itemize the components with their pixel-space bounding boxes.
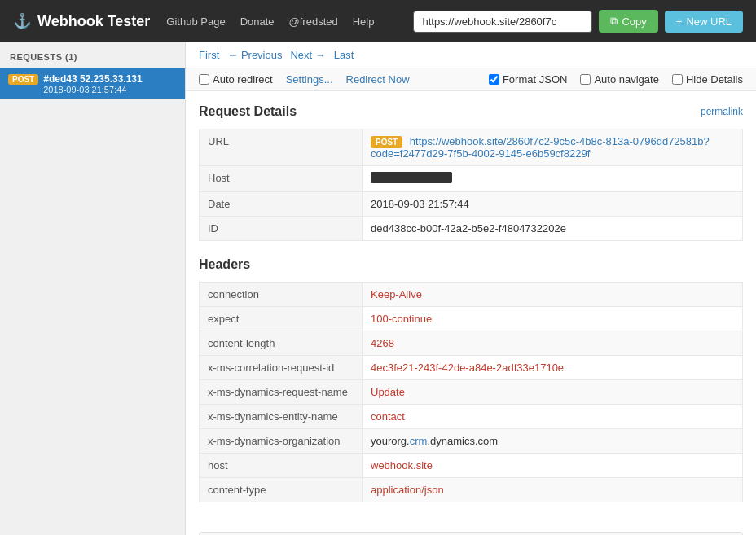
copy-button[interactable]: ⧉ Copy — [599, 10, 657, 33]
copy-label: Copy — [622, 15, 646, 28]
section-header: Request Details permalink — [199, 104, 743, 119]
table-row: host webhook.site — [200, 454, 743, 478]
org-name: yourorg. — [371, 435, 410, 447]
settings-link[interactable]: Settings... — [286, 73, 333, 86]
header-key: x-ms-correlation-request-id — [200, 356, 363, 380]
table-row: x-ms-dynamics-organization yourorg.crm.d… — [200, 429, 743, 454]
header-key: host — [200, 454, 363, 478]
hide-details-checkbox[interactable] — [672, 74, 683, 85]
header-value: application/json — [363, 478, 743, 502]
first-link[interactable]: First — [199, 49, 219, 61]
new-url-button[interactable]: + New URL — [665, 11, 743, 33]
headers-table: connection Keep-Alive expect 100-continu… — [199, 282, 743, 502]
method-badge: POST — [8, 74, 38, 85]
table-row: ID ded438cc-b00f-42a2-b5e2-f4804732202e — [200, 217, 743, 241]
header-key: content-type — [200, 478, 363, 502]
request-id: #ded43 52.235.33.131 — [43, 73, 142, 85]
format-json-label[interactable]: Format JSON — [489, 73, 567, 86]
twitter-link[interactable]: @fredsted — [289, 15, 338, 28]
expect-value: 100-continue — [371, 313, 432, 325]
field-value-date: 2018-09-03 21:57:44 — [363, 192, 743, 217]
header-value: Keep-Alive — [363, 283, 743, 307]
auto-navigate-text: Auto navigate — [594, 73, 659, 86]
format-json-text: Format JSON — [503, 73, 567, 86]
url-link[interactable]: https://webhook.site/2860f7c2-9c5c-4b8c-… — [371, 135, 710, 160]
crm-link[interactable]: crm — [410, 435, 428, 447]
header-key: expect — [200, 307, 363, 331]
table-row: x-ms-correlation-request-id 4ec3fe21-243… — [200, 356, 743, 380]
auto-redirect-label[interactable]: Auto redirect — [199, 73, 273, 86]
content-area: First ← Previous Next → Last Auto redire… — [186, 42, 756, 535]
header-value: webhook.site — [363, 454, 743, 478]
previous-link[interactable]: ← Previous — [227, 49, 282, 61]
table-row: URL POST https://webhook.site/2860f7c2-9… — [200, 129, 743, 166]
table-row: expect 100-continue — [200, 307, 743, 331]
request-list-item[interactable]: POST #ded43 52.235.33.131 2018-09-03 21:… — [0, 68, 185, 99]
org-suffix: .dynamics.com — [427, 435, 498, 447]
field-value-id: ded438cc-b00f-42a2-b5e2-f4804732202e — [363, 217, 743, 241]
header-key: x-ms-dynamics-request-name — [200, 380, 363, 405]
hide-details-label[interactable]: Hide Details — [672, 73, 743, 86]
sidebar-title: REQUESTS (1) — [0, 52, 185, 68]
anchor-icon: ⚓ — [13, 12, 31, 30]
redacted-host — [371, 172, 452, 183]
table-row: Host — [200, 166, 743, 192]
brand-logo: ⚓ Webhook Tester — [13, 12, 150, 30]
header-key: connection — [200, 283, 363, 307]
auto-redirect-text: Auto redirect — [213, 73, 273, 86]
header-value: 100-continue — [363, 307, 743, 331]
field-value-url: POST https://webhook.site/2860f7c2-9c5c-… — [363, 129, 743, 166]
auto-navigate-label[interactable]: Auto navigate — [580, 73, 659, 86]
entity-name-value: contact — [371, 410, 405, 423]
content-type-link[interactable]: application/json — [371, 484, 444, 496]
auto-navigate-checkbox[interactable] — [580, 74, 591, 85]
copy-icon: ⧉ — [610, 15, 618, 28]
main-layout: REQUESTS (1) POST #ded43 52.235.33.131 2… — [0, 42, 756, 535]
details-table: URL POST https://webhook.site/2860f7c2-9… — [199, 129, 743, 241]
pagination-bar: First ← Previous Next → Last — [186, 42, 756, 68]
header-value: yourorg.crm.dynamics.com — [363, 429, 743, 454]
format-json-checkbox[interactable] — [489, 74, 499, 85]
post-badge: POST — [371, 136, 402, 148]
table-row: content-length 4268 — [200, 331, 743, 356]
nav-links: Github Page Donate @fredsted Help — [166, 15, 397, 28]
headers-title: Headers — [199, 257, 250, 272]
field-key: Date — [200, 192, 363, 217]
brand-name: Webhook Tester — [37, 13, 150, 30]
redirect-now-link[interactable]: Redirect Now — [346, 73, 410, 86]
auto-redirect-checkbox[interactable] — [199, 74, 209, 85]
request-time: 2018-09-03 21:57:44 — [43, 85, 142, 94]
help-link[interactable]: Help — [353, 15, 375, 28]
next-link[interactable]: Next → — [290, 49, 325, 61]
header-value: 4268 — [363, 331, 743, 356]
section-title: Request Details — [199, 104, 297, 119]
headers-section-header: Headers — [199, 257, 743, 272]
navbar-right: ⧉ Copy + New URL — [413, 10, 743, 33]
header-value: contact — [363, 405, 743, 429]
header-key: x-ms-dynamics-organization — [200, 429, 363, 454]
hide-details-text: Hide Details — [686, 73, 743, 86]
connection-value: Keep-Alive — [371, 288, 422, 300]
table-row: content-type application/json — [200, 478, 743, 502]
navbar: ⚓ Webhook Tester Github Page Donate @fre… — [0, 0, 756, 42]
donate-link[interactable]: Donate — [240, 15, 275, 28]
webhook-host-link[interactable]: webhook.site — [371, 459, 433, 471]
table-row: Date 2018-09-03 21:57:44 — [200, 192, 743, 217]
content-length-value: 4268 — [371, 337, 394, 349]
webhook-url-input[interactable] — [413, 11, 592, 33]
options-bar: Auto redirect Settings... Redirect Now F… — [186, 68, 756, 91]
header-key: x-ms-dynamics-entity-name — [200, 405, 363, 429]
request-details-section: Request Details permalink URL POST https… — [186, 91, 756, 532]
header-value: Update — [363, 380, 743, 405]
last-link[interactable]: Last — [334, 49, 354, 61]
permalink-link[interactable]: permalink — [701, 106, 743, 117]
header-key: content-length — [200, 331, 363, 356]
header-value: 4ec3fe21-243f-42de-a84e-2adf33e1710e — [363, 356, 743, 380]
request-info: #ded43 52.235.33.131 2018-09-03 21:57:44 — [43, 73, 142, 94]
plus-icon: + — [676, 15, 683, 28]
field-key: Host — [200, 166, 363, 192]
github-page-link[interactable]: Github Page — [166, 15, 225, 28]
table-row: x-ms-dynamics-request-name Update — [200, 380, 743, 405]
field-key: URL — [200, 129, 363, 166]
table-row: connection Keep-Alive — [200, 283, 743, 307]
